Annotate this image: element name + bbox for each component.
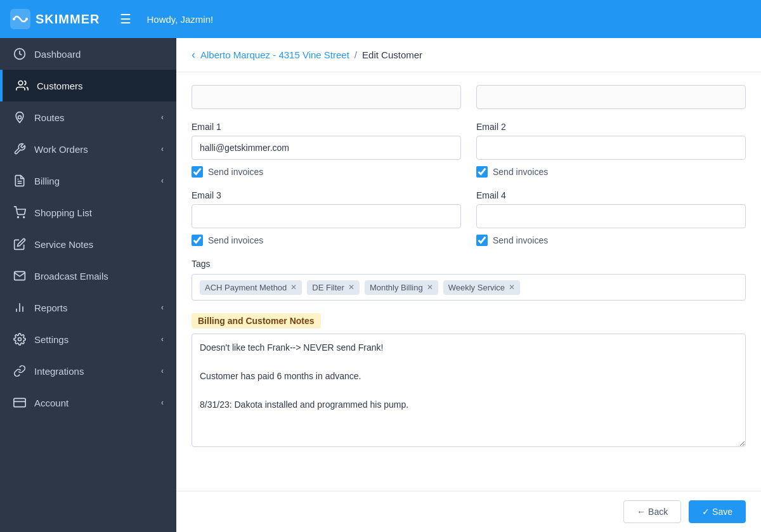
- sidebar-label-billing: Billing: [34, 176, 60, 186]
- tag-weekly-service-close[interactable]: ✕: [509, 283, 515, 292]
- breadcrumb-separator: /: [354, 49, 357, 60]
- tags-label: Tags: [192, 259, 746, 269]
- reports-chevron: ‹: [161, 303, 164, 312]
- sidebar-item-integrations[interactable]: Integrations ‹: [0, 355, 176, 387]
- sidebar-item-routes[interactable]: Routes ‹: [0, 101, 176, 133]
- email1-input[interactable]: [192, 136, 461, 160]
- email1-label: Email 1: [192, 122, 461, 132]
- sidebar-label-settings: Settings: [34, 334, 68, 345]
- sidebar-label-dashboard: Dashboard: [34, 49, 81, 60]
- email2-label: Email 2: [476, 122, 746, 132]
- integrations-icon: [13, 364, 27, 378]
- sidebar-item-work-orders[interactable]: Work Orders ‹: [0, 133, 176, 165]
- svg-point-5: [18, 116, 22, 119]
- breadcrumb-current: Edit Customer: [362, 49, 422, 60]
- email1-send-invoices-row: Send invoices: [192, 166, 461, 178]
- email2-send-invoices-label: Send invoices: [493, 167, 548, 177]
- layout: Dashboard Customers Routes ‹ Work Orders…: [0, 38, 761, 532]
- svg-point-8: [18, 217, 19, 218]
- email-row-1: Email 1 Send invoices Email 2 Send invoi…: [192, 122, 746, 178]
- sidebar-item-broadcast-emails[interactable]: Broadcast Emails: [0, 260, 176, 292]
- settings-icon: [13, 332, 27, 346]
- logo-icon: [10, 9, 30, 29]
- tag-ach-payment: ACH Payment Method ✕: [200, 280, 302, 295]
- customers-icon: [15, 79, 29, 93]
- sidebar-item-customers[interactable]: Customers: [0, 70, 176, 101]
- sidebar-label-work-orders: Work Orders: [34, 144, 88, 155]
- sidebar-label-routes: Routes: [34, 112, 65, 123]
- email3-send-invoices-label: Send invoices: [208, 235, 263, 245]
- email1-group: Email 1 Send invoices: [192, 122, 461, 178]
- tag-weekly-service: Weekly Service ✕: [443, 280, 520, 295]
- breadcrumb-back-arrow: ‹: [192, 48, 195, 62]
- shopping-list-icon: [13, 205, 27, 219]
- field-top-left: [192, 85, 461, 109]
- tags-container[interactable]: ACH Payment Method ✕ DE Filter ✕ Monthly…: [192, 274, 746, 301]
- sidebar-label-integrations: Integrations: [34, 366, 84, 377]
- back-button[interactable]: ← Back: [623, 500, 681, 523]
- sidebar-item-service-notes[interactable]: Service Notes: [0, 228, 176, 260]
- tag-monthly-billing-text: Monthly Billing: [370, 283, 423, 292]
- tag-de-filter-text: DE Filter: [312, 283, 344, 292]
- sidebar-item-account[interactable]: Account ‹: [0, 387, 176, 418]
- sidebar-item-shopping-list[interactable]: Shopping List: [0, 197, 176, 228]
- footer-buttons: ← Back ✓ Save: [176, 491, 761, 532]
- email2-send-invoices-checkbox[interactable]: [476, 166, 488, 178]
- broadcast-emails-icon: [13, 269, 27, 283]
- greeting-text: Howdy, Jazmin!: [146, 14, 213, 25]
- sidebar-item-reports[interactable]: Reports ‹: [0, 292, 176, 323]
- notes-textarea[interactable]: Doesn't like tech Frank--> NEVER send Fr…: [192, 334, 746, 447]
- tag-de-filter-close[interactable]: ✕: [348, 283, 354, 292]
- sidebar-label-customers: Customers: [37, 81, 83, 91]
- logo: SKIMMER: [10, 9, 100, 29]
- breadcrumb: ‹ Alberto Marquez - 4315 Vine Street / E…: [176, 38, 761, 72]
- sidebar-label-service-notes: Service Notes: [34, 239, 93, 250]
- account-chevron: ‹: [161, 398, 164, 407]
- menu-icon[interactable]: ☰: [120, 11, 131, 27]
- email2-send-invoices-row: Send invoices: [476, 166, 746, 178]
- email4-group: Email 4 Send invoices: [476, 190, 746, 246]
- tag-ach-payment-close[interactable]: ✕: [290, 283, 297, 292]
- email3-send-invoices-row: Send invoices: [192, 235, 461, 246]
- work-orders-chevron: ‹: [161, 145, 164, 153]
- email2-input[interactable]: [476, 136, 746, 160]
- email3-send-invoices-checkbox[interactable]: [192, 235, 203, 246]
- svg-point-4: [18, 81, 23, 86]
- account-icon: [13, 396, 27, 410]
- sidebar-item-dashboard[interactable]: Dashboard: [0, 38, 176, 70]
- svg-point-1: [13, 18, 15, 20]
- top-right-input[interactable]: [476, 85, 746, 109]
- tag-monthly-billing-close[interactable]: ✕: [427, 283, 433, 292]
- save-button[interactable]: ✓ Save: [689, 500, 746, 523]
- tag-weekly-service-text: Weekly Service: [448, 283, 505, 292]
- sidebar-item-settings[interactable]: Settings ‹: [0, 323, 176, 355]
- form-area: Email 1 Send invoices Email 2 Send invoi…: [176, 72, 761, 532]
- main-content: ‹ Alberto Marquez - 4315 Vine Street / E…: [176, 38, 761, 532]
- email-row-2: Email 3 Send invoices Email 4 Send invoi…: [192, 190, 746, 246]
- email3-label: Email 3: [192, 190, 461, 200]
- email3-input[interactable]: [192, 204, 461, 228]
- field-top-right: [476, 85, 746, 109]
- svg-point-9: [23, 217, 25, 218]
- billing-icon: [13, 174, 27, 188]
- sidebar-label-account: Account: [34, 398, 68, 408]
- topbar: SKIMMER ☰ Howdy, Jazmin!: [0, 0, 761, 38]
- breadcrumb-parent-link[interactable]: Alberto Marquez - 4315 Vine Street: [200, 49, 349, 60]
- email4-input[interactable]: [476, 204, 746, 228]
- tag-monthly-billing: Monthly Billing ✕: [365, 280, 438, 295]
- tag-ach-payment-text: ACH Payment Method: [205, 283, 287, 292]
- notes-section: Billing and Customer Notes Doesn't like …: [192, 313, 746, 450]
- sidebar: Dashboard Customers Routes ‹ Work Orders…: [0, 38, 176, 532]
- email4-send-invoices-checkbox[interactable]: [476, 235, 488, 246]
- dashboard-icon: [13, 47, 27, 61]
- service-notes-icon: [13, 237, 27, 251]
- email3-group: Email 3 Send invoices: [192, 190, 461, 246]
- svg-point-13: [18, 338, 22, 341]
- logo-text: SKIMMER: [36, 12, 100, 27]
- reports-icon: [13, 301, 27, 315]
- top-left-input[interactable]: [192, 85, 461, 109]
- work-orders-icon: [13, 142, 27, 156]
- email1-send-invoices-checkbox[interactable]: [192, 166, 203, 178]
- sidebar-item-billing[interactable]: Billing ‹: [0, 165, 176, 197]
- billing-chevron: ‹: [161, 176, 164, 185]
